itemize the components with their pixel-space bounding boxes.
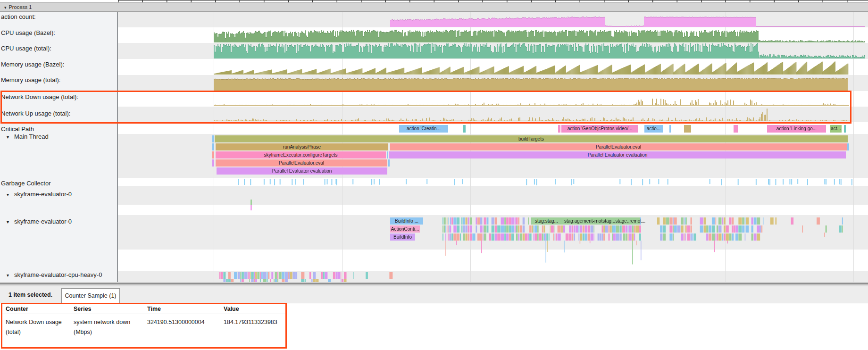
track-label-text: skyframe-evaluator-cpu-heavy-0 (14, 271, 102, 278)
slice-label: stag:agement-rnotstag...stage..remot... (564, 217, 645, 225)
track-label[interactable]: ▾Main Thread (1, 133, 49, 140)
track-label[interactable]: Memory usage (Bazel): (1, 61, 64, 68)
trace-slice[interactable]: Parallel Evaluator evaluation (217, 167, 387, 175)
trace-slice[interactable] (212, 159, 214, 167)
expand-arrow-icon[interactable]: ▾ (7, 192, 14, 197)
slice-label: stag:stag... (535, 217, 558, 225)
expand-arrow-icon[interactable]: ▾ (7, 273, 14, 278)
slice-label: action 'Creatin... (399, 125, 448, 133)
track-label[interactable]: Garbage Collector (1, 180, 51, 187)
expand-arrow-icon[interactable]: ▾ (7, 219, 14, 225)
trace-slice[interactable] (212, 151, 214, 158)
track-label[interactable]: ▾skyframe-evaluator-cpu-heavy-0 (1, 271, 102, 278)
trace-slice[interactable]: action 'GenObjcProtos video/... (561, 125, 638, 133)
trace-slice[interactable]: act... (830, 125, 842, 133)
track-label[interactable]: ▾skyframe-evaluator-0 (1, 218, 72, 225)
slice-label: runAnalysisPhase (216, 143, 388, 150)
trace-slice[interactable] (669, 125, 671, 133)
annotation-highlight-box (1, 303, 287, 349)
trace-slice[interactable]: ParallelEvaluator.eval (390, 143, 847, 150)
trace-slice[interactable]: buildTargets (215, 135, 848, 142)
track-label[interactable]: CPU usage (Bazel): (1, 29, 55, 36)
track-label-text: CPU usage (Bazel): (1, 29, 55, 36)
slice-label: Parallel Evaluator evaluation (217, 167, 387, 175)
trace-slice[interactable]: ActionConti... (390, 225, 420, 233)
trace-slice[interactable] (734, 125, 738, 133)
process-group-header[interactable]: ▾Process 1 (0, 2, 868, 12)
track-label-text: Critical Path (1, 125, 34, 133)
trace-slice[interactable]: skyframeExecutor.configureTargets (216, 151, 386, 158)
slice-label: buildTargets (215, 135, 848, 142)
trace-slice[interactable]: action 'Linking go... (767, 125, 826, 133)
slice-label: action 'GenObjcProtos video/... (561, 125, 638, 133)
trace-slice[interactable]: actio... (644, 125, 663, 133)
slice-label: BuildInfo ... (390, 217, 423, 225)
track-label[interactable]: Critical Path (1, 125, 34, 133)
trace-slice[interactable] (387, 151, 388, 158)
trace-slice[interactable] (844, 125, 846, 133)
track-label-text: Memory usage (Bazel): (1, 61, 64, 68)
trace-slice[interactable]: BuildInfo ... (390, 217, 423, 225)
trace-slice[interactable] (684, 125, 691, 133)
trace-slice[interactable]: action 'Creatin... (399, 125, 448, 133)
trace-slice[interactable] (212, 135, 214, 142)
panel-divider[interactable] (0, 282, 868, 286)
track-label[interactable]: ▾skyframe-evaluator-0 (1, 191, 72, 198)
track-label-text: CPU usage (total): (1, 45, 51, 52)
trace-slice[interactable] (463, 125, 466, 133)
track-label-text: Garbage Collector (1, 180, 51, 187)
track-label-text: action count: (1, 13, 36, 20)
trace-slice[interactable]: ParallelEvaluator.eval (216, 159, 387, 167)
slice-label: actio... (644, 125, 663, 133)
trace-slice[interactable] (388, 159, 390, 167)
selection-status: 1 item selected. (8, 292, 52, 298)
trace-slice[interactable]: runAnalysisPhase (216, 143, 388, 150)
track-label-text: Memory usage (total): (1, 76, 60, 83)
track-name-sidebar: action count:CPU usage (Bazel):CPU usage… (0, 11, 118, 282)
collapse-arrow-icon[interactable]: ▾ (4, 5, 7, 10)
track-label-text: skyframe-evaluator-0 (14, 191, 72, 198)
expand-arrow-icon[interactable]: ▾ (7, 134, 14, 140)
slice-label: BuildInfo (390, 233, 415, 241)
details-panel-header: 1 item selected. Counter Sample (1) (0, 286, 868, 303)
process-group-label: Process 1 (9, 4, 32, 10)
trace-slice[interactable]: Parallel Evaluator evaluation (389, 151, 846, 158)
track-label[interactable]: action count: (1, 13, 36, 20)
slice-label: ActionConti... (390, 225, 420, 233)
trace-slice[interactable] (847, 143, 849, 150)
track-label-text: skyframe-evaluator-0 (14, 218, 72, 225)
slice-label: act... (830, 125, 842, 133)
trace-viewer: action 'Creatin...action 'GenObjcProtos … (0, 0, 868, 350)
tab-label: Counter Sample (1) (65, 292, 116, 299)
tab-counter-sample[interactable]: Counter Sample (1) (61, 288, 120, 303)
track-label-text: Main Thread (14, 133, 49, 140)
track-label[interactable]: Memory usage (total): (1, 76, 60, 83)
trace-slice[interactable] (558, 125, 560, 133)
slice-label: action 'Linking go... (767, 125, 826, 133)
annotation-highlight-box (0, 91, 851, 124)
trace-slice[interactable]: BuildInfo (390, 233, 415, 241)
slice-label: ParallelEvaluator.eval (216, 159, 387, 167)
slice-label: skyframeExecutor.configureTargets (216, 151, 386, 158)
trace-slice[interactable] (212, 143, 214, 150)
slice-label: ParallelEvaluator.eval (390, 143, 847, 150)
slice-label: Parallel Evaluator evaluation (389, 151, 846, 158)
track-label[interactable]: CPU usage (total): (1, 45, 51, 52)
